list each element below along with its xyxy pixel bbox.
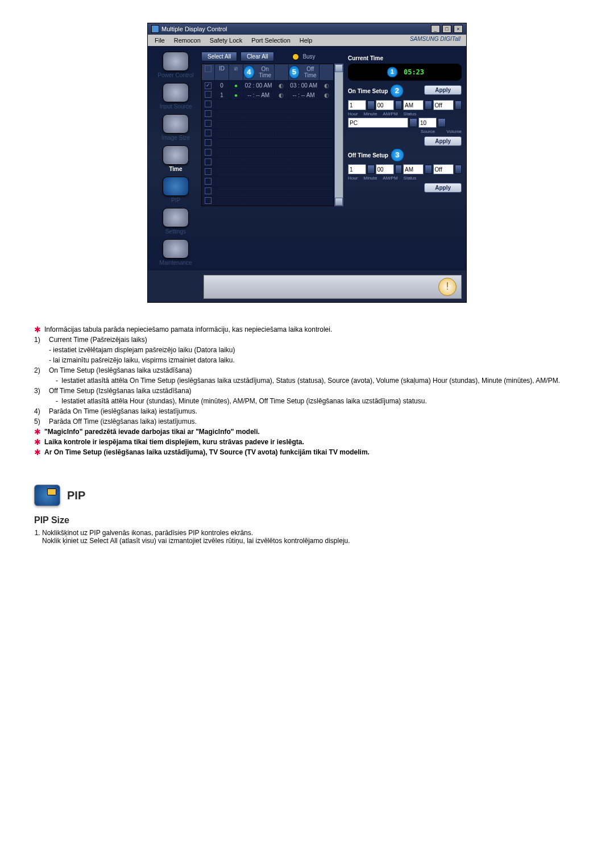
pip-heading: PIP xyxy=(67,489,85,502)
input-source-icon[interactable] xyxy=(163,83,189,102)
on-source-select[interactable] xyxy=(348,118,408,128)
sidebar-power-control[interactable]: Power Control xyxy=(150,72,201,78)
dropdown-icon[interactable] xyxy=(367,101,375,110)
off-minute-select[interactable] xyxy=(376,164,394,174)
on-time-setup-label: On Time Setup xyxy=(348,88,388,94)
title-bar: Multiple Display Control _ □ × xyxy=(148,23,466,35)
settings-panel: Current Time 1 05:23 Apply On Time Setup… xyxy=(343,52,462,270)
pip-step-1: Noklikšķinot uz PIP galvenās ikonas, par… xyxy=(42,529,580,545)
current-time-label: Current Time xyxy=(348,55,462,61)
callout-4: 4 xyxy=(243,65,255,79)
maximize-button[interactable]: □ xyxy=(442,25,451,33)
brand-label: SAMSUNG DIGITall xyxy=(410,36,464,45)
callout-3: 3 xyxy=(391,148,404,162)
close-button[interactable]: × xyxy=(454,25,463,33)
clear-all-button[interactable]: Clear All xyxy=(240,52,274,61)
menu-bar: File Remocon Safety Lock Port Selection … xyxy=(148,35,466,46)
app-window: Multiple Display Control _ □ × File Remo… xyxy=(147,23,467,303)
dropdown-icon[interactable] xyxy=(409,118,417,127)
settings-icon[interactable] xyxy=(163,208,189,227)
off-hour-select[interactable] xyxy=(348,164,366,174)
pip-size-heading: PIP Size xyxy=(34,515,580,525)
time-icon[interactable] xyxy=(163,145,189,165)
maintenance-icon[interactable] xyxy=(163,239,189,258)
sidebar-image-size[interactable]: Image Size xyxy=(150,135,201,141)
dropdown-icon[interactable] xyxy=(367,165,375,174)
document-text: ✱Informācijas tabula parāda nepieciešamo… xyxy=(34,326,580,545)
dropdown-icon[interactable] xyxy=(455,101,462,110)
apply-on-time-button[interactable]: Apply xyxy=(424,136,462,146)
sidebar-time[interactable]: Time xyxy=(150,166,201,172)
col-off-time: Off Time xyxy=(301,66,319,78)
col-on-time: On Time xyxy=(256,66,274,78)
apply-off-time-button[interactable]: Apply xyxy=(424,183,462,193)
scroll-down-icon[interactable] xyxy=(335,198,343,206)
table-scrollbar[interactable] xyxy=(334,64,343,206)
minimize-button[interactable]: _ xyxy=(431,25,440,33)
col-id: ID xyxy=(215,64,229,80)
pip-icon[interactable] xyxy=(163,177,189,196)
menu-file[interactable]: File xyxy=(150,36,169,45)
on-status-select[interactable] xyxy=(433,100,454,110)
off-time-setup-label: Off Time Setup xyxy=(348,152,388,158)
apply-current-time-button[interactable]: Apply xyxy=(424,85,462,95)
scroll-up-icon[interactable] xyxy=(335,64,343,72)
sidebar-input-source[interactable]: Input Source xyxy=(150,103,201,110)
on-ampm-select[interactable] xyxy=(403,100,424,110)
menu-remocon[interactable]: Remocon xyxy=(169,36,205,45)
sidebar: Power Control Input Source Image Size Ti… xyxy=(150,52,201,270)
image-size-icon[interactable] xyxy=(163,114,189,133)
star-icon: ✱ xyxy=(34,438,44,446)
callout-1: 1 xyxy=(387,66,397,77)
display-table: ID ⎚ 4On Time 5Off Time 0 ● 02 : 00 AM ◐… xyxy=(201,64,334,206)
menu-port-selection[interactable]: Port Selection xyxy=(247,36,294,45)
select-all-button[interactable]: Select All xyxy=(201,52,237,61)
status-bar: ! xyxy=(204,275,462,299)
on-hour-select[interactable] xyxy=(348,100,366,110)
app-icon xyxy=(151,25,159,33)
note-1: "MagicInfo" paredzētā ievade darbojas ti… xyxy=(44,428,580,436)
note-2: Laika kontrole ir iespējama tikai tiem d… xyxy=(44,438,580,446)
menu-safety-lock[interactable]: Safety Lock xyxy=(205,36,247,45)
window-buttons: _ □ × xyxy=(430,25,463,33)
sidebar-settings[interactable]: Settings xyxy=(150,228,201,235)
dropdown-icon[interactable] xyxy=(395,101,403,110)
menu-help[interactable]: Help xyxy=(295,36,317,45)
table-row[interactable]: 1 ● -- : -- AM ◐ -- : -- AM ◐ xyxy=(202,90,334,99)
table-row[interactable]: 0 ● 02 : 00 AM ◐ 03 : 00 AM ◐ xyxy=(202,80,334,90)
star-icon: ✱ xyxy=(34,326,44,333)
current-time-display: 1 05:23 xyxy=(348,64,462,81)
dropdown-icon[interactable] xyxy=(425,165,432,174)
window-title: Multiple Display Control xyxy=(161,26,227,32)
sidebar-pip[interactable]: PIP xyxy=(150,197,201,203)
dropdown-icon[interactable] xyxy=(455,165,462,174)
dropdown-icon[interactable] xyxy=(395,165,403,174)
star-icon: ✱ xyxy=(34,448,44,456)
power-control-icon[interactable] xyxy=(163,52,189,71)
sidebar-maintenance[interactable]: Maintenance xyxy=(150,260,201,266)
current-time-value: 05:23 xyxy=(404,68,424,76)
off-ampm-select[interactable] xyxy=(403,164,424,174)
busy-label: Busy xyxy=(302,53,315,60)
dropdown-icon[interactable] xyxy=(438,118,446,127)
star-icon: ✱ xyxy=(34,428,44,436)
dropdown-icon[interactable] xyxy=(425,101,432,110)
callout-2: 2 xyxy=(390,84,404,98)
note-3: Ar On Time Setup (ieslēgšanas laika uzst… xyxy=(44,448,580,456)
off-status-select[interactable] xyxy=(433,164,454,174)
pip-section-icon xyxy=(34,485,60,506)
busy-indicator-icon xyxy=(292,53,299,60)
callout-5: 5 xyxy=(289,65,300,79)
intro-text: Informācijas tabula parāda nepieciešamo … xyxy=(44,326,580,333)
on-volume-select[interactable] xyxy=(418,118,437,128)
on-minute-select[interactable] xyxy=(376,100,394,110)
warning-icon: ! xyxy=(438,278,457,296)
